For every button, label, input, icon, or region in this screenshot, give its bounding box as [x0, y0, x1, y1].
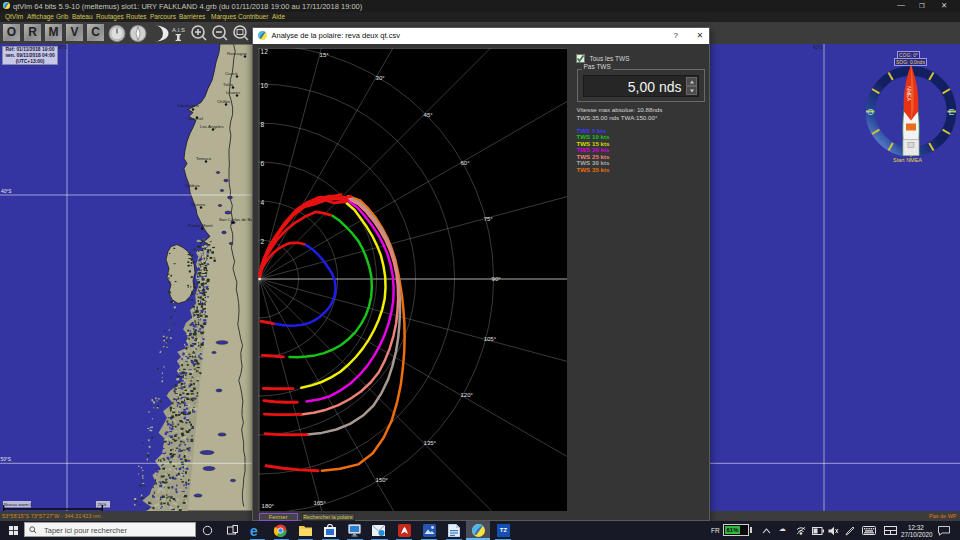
svg-text:E: E: [949, 107, 955, 117]
svg-text:Talca: Talca: [223, 81, 234, 86]
svg-text:Talcahuano: Talcahuano: [177, 102, 200, 107]
svg-text:Curicó: Curicó: [225, 70, 238, 75]
svg-text:105°: 105°: [483, 336, 496, 342]
svg-text:8: 8: [260, 121, 264, 128]
svg-text:30°: 30°: [375, 75, 385, 81]
svg-text:40°S: 40°S: [1, 189, 11, 194]
svg-text:90°: 90°: [491, 276, 501, 282]
svg-text:15°: 15°: [319, 51, 329, 57]
svg-text:180°: 180°: [261, 503, 274, 509]
svg-text:75°: 75°: [483, 216, 493, 222]
svg-text:165°: 165°: [313, 500, 326, 506]
svg-text:80°0: 80°0: [58, 44, 68, 49]
svg-text:4: 4: [260, 199, 264, 206]
svg-text:Linares: Linares: [226, 89, 240, 94]
svg-text:2: 2: [260, 238, 264, 245]
svg-text:Valdivia: Valdivia: [185, 182, 200, 187]
svg-text:Los Ángeles: Los Ángeles: [200, 123, 224, 128]
svg-text:A.I.S: A.I.S: [172, 27, 185, 33]
svg-text:Niveau zoom 0: Niveau zoom 0: [4, 502, 33, 507]
svg-text:150°: 150°: [375, 476, 388, 482]
svg-text:60°: 60°: [460, 160, 470, 166]
svg-text:42°0: 42°0: [813, 45, 823, 50]
svg-text:12: 12: [260, 48, 268, 55]
svg-text:Puerto Montt: Puerto Montt: [188, 222, 213, 227]
svg-text:NMEA: NMEA: [906, 86, 912, 101]
svg-text:10: 10: [260, 82, 268, 89]
svg-text:Temuco: Temuco: [196, 155, 212, 160]
svg-text:Chillán: Chillán: [217, 98, 231, 103]
svg-text:O: O: [867, 107, 874, 117]
svg-text:6: 6: [260, 160, 264, 167]
svg-text:50°S: 50°S: [1, 457, 11, 462]
svg-text:Coronel: Coronel: [188, 116, 203, 121]
svg-text:Rancagua: Rancagua: [227, 50, 247, 55]
svg-text:135°: 135°: [423, 440, 436, 446]
svg-text:Osorno: Osorno: [191, 201, 206, 206]
svg-text:120°: 120°: [460, 392, 473, 398]
svg-text:45°: 45°: [423, 112, 433, 118]
